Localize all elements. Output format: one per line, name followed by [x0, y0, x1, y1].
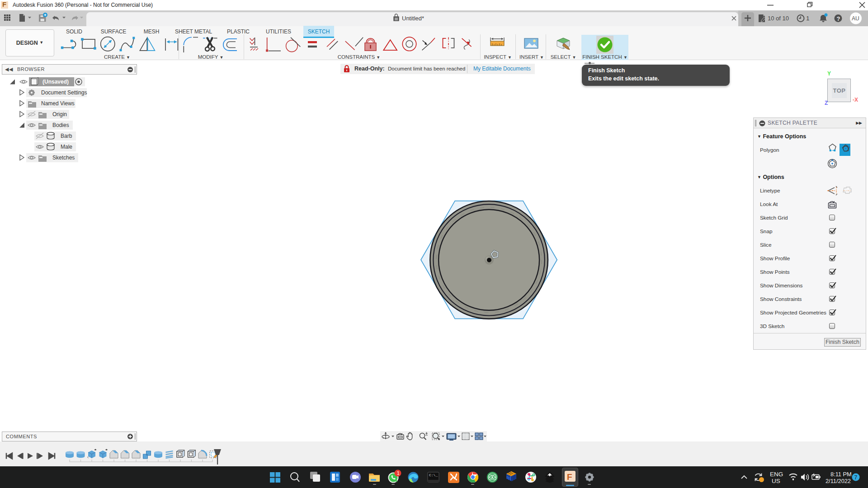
svg-text:Untitled*: Untitled*: [402, 15, 424, 22]
svg-text:8:11 PM: 8:11 PM: [830, 471, 852, 478]
svg-text:AU: AU: [852, 15, 859, 22]
svg-text:1: 1: [806, 15, 810, 22]
svg-text:2/11/2022: 2/11/2022: [826, 478, 851, 484]
svg-text:10 of 10: 10 of 10: [768, 15, 789, 22]
svg-text:1: 1: [397, 470, 400, 476]
svg-text:?: ?: [837, 15, 840, 22]
svg-text:ENG: ENG: [770, 471, 783, 478]
svg-text:7: 7: [854, 474, 858, 481]
svg-text:C:\_: C:\_: [429, 473, 438, 477]
svg-text:US: US: [772, 478, 780, 484]
svg-text:F: F: [567, 472, 572, 482]
